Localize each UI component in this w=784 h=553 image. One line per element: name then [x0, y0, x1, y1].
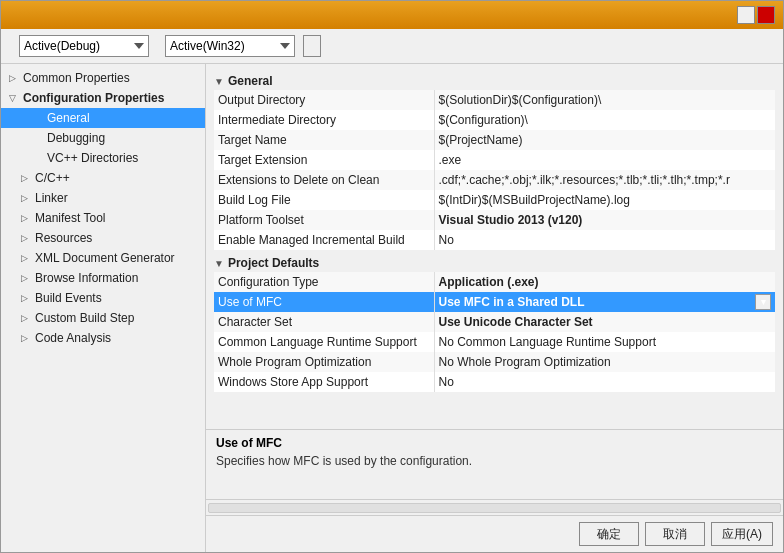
section-header-project-defaults: ▼Project Defaults — [214, 256, 775, 270]
prop-value[interactable]: Use MFC in a Shared DLL▾ — [434, 292, 775, 312]
prop-value: Visual Studio 2013 (v120) — [434, 210, 775, 230]
sidebar-item-label-browse-info: Browse Information — [35, 271, 138, 285]
prop-name: Build Log File — [214, 190, 434, 210]
browse-info-arrow-icon: ▷ — [21, 273, 35, 283]
sidebar-item-browse-info[interactable]: ▷Browse Information — [1, 268, 205, 288]
sidebar-item-debugging[interactable]: Debugging — [1, 128, 205, 148]
table-row[interactable]: Common Language Runtime SupportNo Common… — [214, 332, 775, 352]
section-title-general: General — [228, 74, 273, 88]
table-row[interactable]: Character SetUse Unicode Character Set — [214, 312, 775, 332]
platform-select[interactable]: Active(Win32) — [165, 35, 295, 57]
sidebar-item-label-debugging: Debugging — [47, 131, 105, 145]
sidebar-item-common-props[interactable]: ▷Common Properties — [1, 68, 205, 88]
title-bar-buttons — [737, 6, 775, 24]
prop-name: Target Name — [214, 130, 434, 150]
prop-name: Use of MFC — [214, 292, 434, 312]
build-events-arrow-icon: ▷ — [21, 293, 35, 303]
table-row[interactable]: Extensions to Delete on Clean.cdf;*.cach… — [214, 170, 775, 190]
prop-name: Platform Toolset — [214, 210, 434, 230]
prop-value: .cdf;*.cache;*.obj;*.ilk;*.resources;*.t… — [434, 170, 775, 190]
resources-arrow-icon: ▷ — [21, 233, 35, 243]
ok-button[interactable]: 确定 — [579, 522, 639, 546]
table-row[interactable]: Target Extension.exe — [214, 150, 775, 170]
xml-doc-arrow-icon: ▷ — [21, 253, 35, 263]
sidebar-item-vc-dirs[interactable]: VC++ Directories — [1, 148, 205, 168]
table-row[interactable]: Enable Managed Incremental BuildNo — [214, 230, 775, 250]
prop-value: $(IntDir)$(MSBuildProjectName).log — [434, 190, 775, 210]
sidebar-item-label-xml-doc: XML Document Generator — [35, 251, 175, 265]
sidebar-item-code-analysis[interactable]: ▷Code Analysis — [1, 328, 205, 348]
sidebar-item-custom-build[interactable]: ▷Custom Build Step — [1, 308, 205, 328]
table-row[interactable]: Build Log File$(IntDir)$(MSBuildProjectN… — [214, 190, 775, 210]
sidebar-item-manifest-tool[interactable]: ▷Manifest Tool — [1, 208, 205, 228]
common-props-arrow-icon: ▷ — [9, 73, 23, 83]
sidebar-item-label-cpp: C/C++ — [35, 171, 70, 185]
config-select[interactable]: Active(Debug) — [19, 35, 149, 57]
sidebar-item-config-props[interactable]: ▽Configuration Properties — [1, 88, 205, 108]
cancel-button[interactable]: 取消 — [645, 522, 705, 546]
prop-name: Intermediate Directory — [214, 110, 434, 130]
description-area: Use of MFC Specifies how MFC is used by … — [206, 429, 783, 499]
prop-value: No Whole Program Optimization — [434, 352, 775, 372]
title-bar — [1, 1, 783, 29]
desc-text: Specifies how MFC is used by the configu… — [216, 454, 773, 468]
prop-value: $(Configuration)\ — [434, 110, 775, 130]
sidebar: ▷Common Properties▽Configuration Propert… — [1, 64, 206, 552]
right-panel: ▼GeneralOutput Directory$(SolutionDir)$(… — [206, 64, 783, 552]
dropdown-text: Use MFC in a Shared DLL — [439, 295, 585, 309]
custom-build-arrow-icon: ▷ — [21, 313, 35, 323]
config-manager-button[interactable] — [303, 35, 321, 57]
prop-value: No Common Language Runtime Support — [434, 332, 775, 352]
sidebar-item-general[interactable]: General — [1, 108, 205, 128]
apply-button[interactable]: 应用(A) — [711, 522, 773, 546]
table-row[interactable]: Output Directory$(SolutionDir)$(Configur… — [214, 90, 775, 110]
table-row[interactable]: Intermediate Directory$(Configuration)\ — [214, 110, 775, 130]
toolbar-row: Active(Debug) Active(Win32) — [1, 29, 783, 64]
section-arrow-project-defaults: ▼ — [214, 258, 224, 269]
sidebar-item-label-general: General — [47, 111, 90, 125]
sidebar-item-build-events[interactable]: ▷Build Events — [1, 288, 205, 308]
prop-table-area: ▼GeneralOutput Directory$(SolutionDir)$(… — [206, 64, 783, 429]
sidebar-item-label-code-analysis: Code Analysis — [35, 331, 111, 345]
sidebar-item-label-config-props: Configuration Properties — [23, 91, 164, 105]
prop-value: .exe — [434, 150, 775, 170]
prop-value: Application (.exe) — [434, 272, 775, 292]
table-row[interactable]: Windows Store App SupportNo — [214, 372, 775, 392]
prop-table-project-defaults: Configuration TypeApplication (.exe)Use … — [214, 272, 775, 392]
dropdown-arrow-button[interactable]: ▾ — [755, 294, 771, 310]
dialog: Active(Debug) Active(Win32) ▷Common Prop… — [0, 0, 784, 553]
section-arrow-general: ▼ — [214, 76, 224, 87]
cpp-arrow-icon: ▷ — [21, 173, 35, 183]
table-row[interactable]: Target Name$(ProjectName) — [214, 130, 775, 150]
section-title-project-defaults: Project Defaults — [228, 256, 319, 270]
prop-table-general: Output Directory$(SolutionDir)$(Configur… — [214, 90, 775, 250]
table-row[interactable]: Configuration TypeApplication (.exe) — [214, 272, 775, 292]
sidebar-item-resources[interactable]: ▷Resources — [1, 228, 205, 248]
sidebar-item-label-custom-build: Custom Build Step — [35, 311, 134, 325]
bottom-scrollbar[interactable] — [206, 499, 783, 515]
close-button[interactable] — [757, 6, 775, 24]
prop-name: Whole Program Optimization — [214, 352, 434, 372]
scrollbar-track — [208, 503, 781, 513]
sidebar-item-label-linker: Linker — [35, 191, 68, 205]
sidebar-item-cpp[interactable]: ▷C/C++ — [1, 168, 205, 188]
dropdown-cell: Use MFC in a Shared DLL▾ — [439, 294, 772, 310]
prop-name: Character Set — [214, 312, 434, 332]
desc-title: Use of MFC — [216, 436, 773, 450]
help-button[interactable] — [737, 6, 755, 24]
table-row[interactable]: Use of MFCUse MFC in a Shared DLL▾ — [214, 292, 775, 312]
table-row[interactable]: Whole Program OptimizationNo Whole Progr… — [214, 352, 775, 372]
linker-arrow-icon: ▷ — [21, 193, 35, 203]
prop-name: Configuration Type — [214, 272, 434, 292]
prop-value: No — [434, 372, 775, 392]
sidebar-item-linker[interactable]: ▷Linker — [1, 188, 205, 208]
prop-name: Output Directory — [214, 90, 434, 110]
sidebar-item-label-common-props: Common Properties — [23, 71, 130, 85]
table-row[interactable]: Platform ToolsetVisual Studio 2013 (v120… — [214, 210, 775, 230]
manifest-tool-arrow-icon: ▷ — [21, 213, 35, 223]
sidebar-item-xml-doc[interactable]: ▷XML Document Generator — [1, 248, 205, 268]
prop-name: Target Extension — [214, 150, 434, 170]
prop-name: Extensions to Delete on Clean — [214, 170, 434, 190]
prop-value: No — [434, 230, 775, 250]
config-props-arrow-icon: ▽ — [9, 93, 23, 103]
